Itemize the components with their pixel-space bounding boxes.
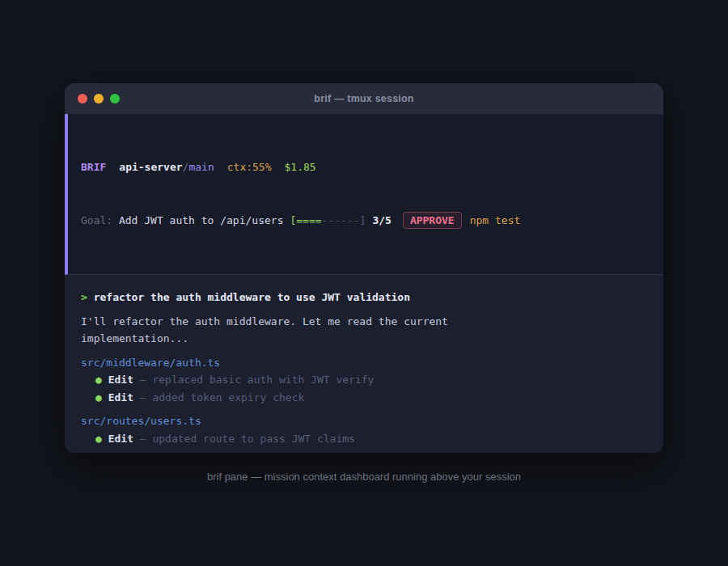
terminal-window: brif — tmux session BRIFapi-server/mainc… (65, 83, 663, 453)
close-button[interactable] (78, 94, 87, 103)
edit-action-label: Edit (108, 433, 133, 445)
repo-name: api-server (119, 161, 182, 173)
file-path: src/middleware/auth.ts (81, 357, 220, 369)
pending-command: npm test (470, 214, 521, 226)
brif-status-pane: BRIFapi-server/mainctx:55%$1.85 Goal: Ad… (65, 114, 663, 275)
brif-header-row: BRIFapi-server/mainctx:55%$1.85 (81, 158, 650, 176)
goal-label: Goal: (81, 214, 119, 226)
context-usage: ctx:55% (227, 161, 272, 173)
terminal-line: ● Edit — replaced basic auth with JWT ve… (81, 371, 647, 389)
edit-description: — added token expiry check (133, 391, 304, 403)
user-command: refactor the auth middleware to use JWT … (94, 291, 410, 303)
edit-description: — replaced basic auth with JWT verify (133, 374, 374, 386)
edit-action-label: Edit (108, 391, 133, 403)
edit-description: — updated route to pass JWT claims (133, 433, 355, 445)
minimize-button[interactable] (94, 94, 104, 103)
progress-filled: ==== (296, 214, 321, 226)
app-name: BRIF (81, 161, 106, 173)
file-path: src/routes/users.ts (81, 415, 201, 427)
progress-bracket-close: ] (360, 214, 366, 226)
zoom-button[interactable] (110, 94, 120, 103)
branch-name: main (188, 161, 214, 173)
brif-goal-row: Goal: Add JWT auth to /api/users[====---… (81, 212, 650, 230)
terminal-line: implementation... (81, 330, 647, 348)
terminal-line: src/routes/users.ts (81, 412, 647, 430)
goal-text: Add JWT auth to /api/users (119, 214, 284, 226)
bullet-icon: ● (95, 433, 108, 445)
traffic-lights (78, 83, 120, 114)
page-caption: brif pane — mission context dashboard ru… (0, 471, 728, 483)
terminal-line: src/middleware/auth.ts (81, 354, 647, 372)
assistant-message: I'll refactor the auth middleware. Let m… (81, 315, 448, 327)
terminal-line: > refactor the auth middleware to use JW… (81, 289, 647, 306)
prompt-chevron: > (81, 291, 94, 303)
assistant-message: implementation... (81, 332, 188, 344)
progress-empty: ------ (322, 214, 360, 226)
terminal-output[interactable]: > refactor the auth middleware to use JW… (65, 275, 663, 453)
progress-count: 3/5 (372, 214, 391, 226)
approve-button[interactable]: APPROVE (403, 212, 462, 229)
terminal-line: I'll refactor the auth middleware. Let m… (81, 313, 647, 331)
edit-action-label: Edit (108, 374, 133, 386)
window-title: brif — tmux session (314, 93, 413, 104)
bullet-icon: ● (95, 391, 108, 403)
terminal-line: ● Edit — updated route to pass JWT claim… (81, 430, 647, 448)
titlebar[interactable]: brif — tmux session (65, 83, 663, 114)
session-cost: $1.85 (285, 161, 316, 173)
terminal-line: ● Edit — added token expiry check (81, 389, 647, 407)
bullet-icon: ● (95, 374, 108, 386)
